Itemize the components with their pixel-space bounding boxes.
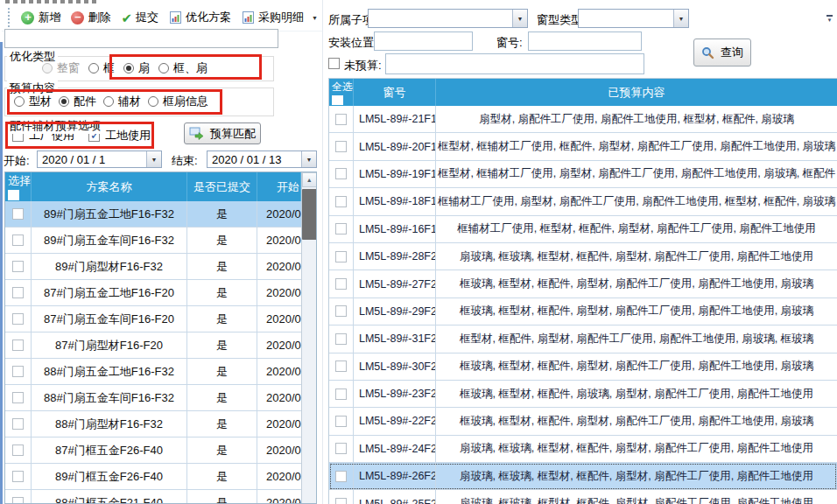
- window-table-row[interactable]: LM5L-89#-20F18框型材, 框辅材工厂使用, 框配件, 扇型材, 扇配…: [329, 133, 837, 160]
- window-table-row[interactable]: LM5L-89#-21F19扇型材, 扇配件工厂使用, 扇配件工地使用, 框型材…: [329, 106, 837, 133]
- purchase-detail-button[interactable]: 采购明细 ▼: [237, 8, 322, 27]
- window-table-row[interactable]: LM5L-89#-28F26扇玻璃, 框玻璃, 框型材, 框配件, 扇型材, 扇…: [329, 243, 837, 270]
- row-checkbox[interactable]: [12, 340, 24, 351]
- window-table-row[interactable]: LM5L-89#-25F23扇玻璃, 框玻璃, 框型材, 框配件, 扇型材, 扇…: [329, 490, 837, 504]
- window-table-row[interactable]: LM5L-89#-22F20框玻璃, 框型材, 框配件, 扇型材, 扇配件工厂使…: [329, 408, 837, 435]
- plan-table-row[interactable]: 88#门扇五金工地F16-F32是2020/0: [5, 359, 301, 385]
- plan-table-row[interactable]: 89#门扇型材F16-F32是2020/0: [5, 254, 301, 280]
- row-checkbox[interactable]: [335, 114, 347, 125]
- window-table-row[interactable]: LM5L-89#-24F22扇玻璃, 框玻璃, 框型材, 框配件, 扇型材, 扇…: [329, 436, 837, 463]
- row-checkbox[interactable]: [335, 471, 347, 482]
- scrollbar-thumb[interactable]: [302, 189, 317, 240]
- window-header-select-all[interactable]: 全选: [329, 79, 354, 106]
- plan-table-row[interactable]: 88#门扇五金车间F16-F32是2020/0: [5, 385, 301, 411]
- chevron-down-icon[interactable]: ▼: [146, 151, 161, 167]
- row-checkbox[interactable]: [335, 305, 347, 317]
- plan-table-row[interactable]: 89#门扇五金工地F16-F32是2020/0: [5, 201, 301, 228]
- plan-header-submitted[interactable]: 是否已提交: [187, 172, 257, 201]
- chevron-down-icon[interactable]: ▼: [512, 10, 527, 27]
- plan-filter-input[interactable]: [4, 29, 278, 48]
- row-checkbox[interactable]: [335, 416, 347, 427]
- row-checkbox[interactable]: [335, 196, 347, 207]
- plan-table-row[interactable]: 88#门框五金F21-F40是2020/0: [5, 490, 301, 503]
- row-checkbox[interactable]: [335, 388, 347, 400]
- window-table-row[interactable]: LM5L-89#-27F25框玻璃, 框型材, 框配件, 扇型材, 扇配件工厂使…: [329, 270, 837, 298]
- end-date-picker[interactable]: 2020 / 01 / 13 ▼: [207, 150, 317, 168]
- budget-content-radio-3[interactable]: 框扇信息: [148, 94, 208, 109]
- submit-button[interactable]: 提交: [116, 8, 163, 27]
- window-row-select-cell: [329, 133, 354, 159]
- window-table-row[interactable]: LM5L-89#-26F24扇玻璃, 框玻璃, 框型材, 框配件, 扇型材, 扇…: [329, 463, 837, 490]
- window-no-input[interactable]: [528, 32, 642, 51]
- plan-row-select-cell: [5, 359, 32, 384]
- plan-table-row[interactable]: 87#门框五金F26-F40是2020/0: [5, 438, 301, 464]
- not-budgeted-input[interactable]: [385, 53, 644, 74]
- start-date-picker[interactable]: 2020 / 01 / 1 ▼: [37, 150, 162, 168]
- plan-table-row[interactable]: 89#门扇五金车间F16-F32是2020/0: [5, 228, 301, 254]
- install-position-input[interactable]: [374, 32, 473, 51]
- budget-match-button[interactable]: 预算匹配: [184, 122, 261, 144]
- select-all-checkbox[interactable]: [332, 95, 343, 105]
- row-checkbox[interactable]: [12, 313, 24, 325]
- query-button[interactable]: 查询: [693, 38, 751, 66]
- row-checkbox[interactable]: [335, 141, 347, 152]
- plan-header-start[interactable]: 开始: [257, 172, 301, 201]
- optimize-type-radio-2[interactable]: 扇: [123, 60, 150, 76]
- row-checkbox[interactable]: [335, 360, 347, 372]
- optimize-type-radio-3[interactable]: 框、扇: [158, 60, 207, 76]
- window-table-row[interactable]: LM5L-89#-19F17框型材, 框辅材工厂使用, 扇型材, 扇配件工厂使用…: [329, 161, 837, 188]
- row-checkbox[interactable]: [12, 418, 24, 430]
- row-checkbox[interactable]: [335, 443, 347, 454]
- row-checkbox[interactable]: [12, 444, 24, 456]
- plan-table-row[interactable]: 87#门扇型材F16-F20是2020/0: [5, 332, 301, 359]
- window-table-row[interactable]: LM5L-89#-31F29框型材, 框配件, 扇型材, 扇配件工厂使用, 扇配…: [329, 326, 837, 353]
- not-budgeted-checkbox[interactable]: [328, 58, 340, 69]
- toolbar-overflow-button[interactable]: ▼: [824, 9, 835, 28]
- window-table-row[interactable]: LM5L-89#-29F27框玻璃, 框型材, 框配件, 扇型材, 扇配件工厂使…: [329, 298, 837, 326]
- row-checkbox[interactable]: [12, 261, 24, 272]
- chevron-down-icon[interactable]: ▼: [673, 10, 688, 27]
- optimize-type-radio-1[interactable]: 框: [88, 60, 115, 76]
- window-table-row[interactable]: LM5L-89#-18F16框辅材工厂使用, 扇型材, 扇配件工厂使用, 扇配件…: [329, 188, 837, 215]
- row-checkbox[interactable]: [335, 223, 347, 234]
- select-all-checkbox[interactable]: [8, 190, 19, 200]
- row-checkbox[interactable]: [12, 287, 24, 298]
- row-checkbox[interactable]: [335, 251, 347, 262]
- delete-button[interactable]: 删除: [67, 8, 115, 27]
- row-checkbox[interactable]: [12, 208, 24, 220]
- budget-content-radio-0[interactable]: 型材: [14, 94, 52, 109]
- plan-header-name[interactable]: 方案名称: [32, 172, 187, 201]
- plan-table-scrollbar[interactable]: ▲: [301, 172, 317, 503]
- window-header-no[interactable]: 窗号: [354, 79, 436, 106]
- window-header-content[interactable]: 已预算内容: [436, 79, 837, 106]
- row-checkbox[interactable]: [335, 278, 347, 290]
- scroll-up-icon[interactable]: ▲: [302, 172, 317, 187]
- plan-header-select[interactable]: 选择: [5, 172, 32, 201]
- row-checkbox[interactable]: [335, 333, 347, 345]
- plan-name-cell: 89#门扇五金车间F16-F32: [32, 228, 187, 253]
- chevron-down-icon[interactable]: ▼: [301, 151, 316, 167]
- row-checkbox[interactable]: [335, 168, 347, 179]
- row-checkbox[interactable]: [12, 497, 24, 503]
- budget-content-radio-1[interactable]: 配件: [59, 94, 96, 109]
- window-type-select[interactable]: ▼: [578, 9, 689, 28]
- window-table-row[interactable]: LM5L-89#-16F15框辅材工厂使用, 框型材, 框配件, 扇型材, 扇配…: [329, 216, 837, 243]
- row-checkbox[interactable]: [12, 392, 24, 403]
- radio-label: 辅材: [118, 94, 141, 109]
- window-no-cell: LM5L-89#-19F17: [354, 161, 436, 187]
- add-button[interactable]: 新增: [17, 8, 65, 27]
- plan-table-row[interactable]: 88#门扇型材F16-F32是2020/0: [5, 411, 301, 438]
- row-checkbox[interactable]: [12, 366, 24, 377]
- plan-table-row[interactable]: 87#门扇五金工地F16-F20是2020/0: [5, 280, 301, 306]
- sub-item-select[interactable]: ▼: [368, 9, 528, 28]
- budget-content-radio-2[interactable]: 辅材: [103, 94, 141, 109]
- row-checkbox[interactable]: [335, 498, 347, 504]
- report-icon: [169, 10, 182, 24]
- plan-table-row[interactable]: 87#门扇五金车间F16-F20是2020/0: [5, 306, 301, 332]
- window-table-row[interactable]: LM5L-89#-30F28框玻璃, 框型材, 框配件, 扇型材, 扇配件工厂使…: [329, 354, 837, 381]
- row-checkbox[interactable]: [12, 234, 24, 246]
- optimize-plan-button[interactable]: 优化方案: [165, 8, 236, 27]
- plan-table-row[interactable]: 89#门框五金F26-F40是2020/0: [5, 464, 301, 490]
- row-checkbox[interactable]: [12, 471, 24, 482]
- window-table-row[interactable]: LM5L-89#-23F21框玻璃, 框型材, 框配件, 扇玻璃, 扇型材, 扇…: [329, 381, 837, 408]
